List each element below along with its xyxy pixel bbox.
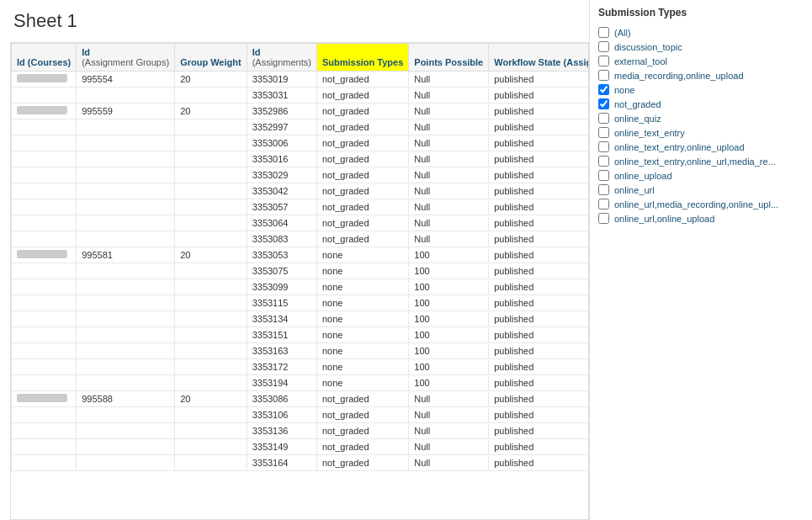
cell-id_assignments: 3353029 bbox=[247, 167, 316, 183]
filter-label: media_recording,online_upload bbox=[614, 71, 744, 81]
filter-item[interactable]: online_text_entry,online_upload bbox=[598, 140, 804, 154]
cell-workflow_state: published bbox=[489, 72, 589, 88]
cell-workflow_state: published bbox=[489, 231, 589, 247]
filter-item[interactable]: discussion_topic bbox=[598, 40, 804, 54]
table-row: 3353083not_gradedNullpublished bbox=[12, 231, 590, 247]
data-table: Id (Courses)Id(Assignment Groups)Group W… bbox=[11, 43, 589, 471]
cell-workflow_state: published bbox=[489, 455, 589, 471]
col-header-id_assignments[interactable]: Id(Assignments) bbox=[247, 44, 316, 72]
cell-submission_types: none bbox=[316, 263, 408, 279]
cell-points_possible: Null bbox=[409, 72, 489, 88]
cell-group_weight bbox=[175, 119, 247, 135]
filter-checkbox[interactable] bbox=[598, 170, 609, 181]
filter-item[interactable]: online_url,media_recording,online_upl... bbox=[598, 197, 804, 211]
cell-submission_types: none bbox=[316, 375, 408, 391]
filter-checkbox[interactable] bbox=[598, 41, 609, 52]
filter-checkbox[interactable] bbox=[598, 127, 609, 138]
cell-id_assignment_groups bbox=[77, 88, 175, 103]
cell-submission_types: not_graded bbox=[316, 183, 408, 199]
table-row: 3353029not_gradedNullpublished bbox=[12, 167, 590, 183]
cell-id_assignment_groups bbox=[77, 279, 175, 295]
col-header-points_possible[interactable]: Points Possible bbox=[409, 44, 489, 72]
cell-workflow_state: published bbox=[489, 295, 589, 311]
blurred-id: ██████ bbox=[17, 394, 67, 402]
cell-group_weight: 20 bbox=[175, 103, 247, 119]
cell-workflow_state: published bbox=[489, 311, 589, 327]
cell-id_courses bbox=[12, 88, 77, 103]
filter-label: online_url,online_upload bbox=[614, 214, 714, 224]
filter-checkbox[interactable] bbox=[598, 184, 609, 195]
filter-checkbox[interactable] bbox=[598, 156, 609, 167]
cell-workflow_state: published bbox=[489, 199, 589, 215]
cell-id_courses: ██████ bbox=[12, 247, 77, 263]
filter-item[interactable]: online_upload bbox=[598, 168, 804, 183]
cell-workflow_state: published bbox=[489, 135, 589, 151]
cell-id_assignments: 3353106 bbox=[247, 407, 316, 423]
filter-checkbox[interactable] bbox=[598, 199, 609, 210]
table-row: 3353064not_gradedNullpublished bbox=[12, 215, 590, 231]
cell-submission_types: not_graded bbox=[316, 135, 408, 151]
table-row: 3353106not_gradedNullpublished bbox=[12, 407, 590, 423]
filter-item[interactable]: (All) bbox=[598, 25, 804, 40]
table-row: ██████995581203353053none100published bbox=[12, 247, 590, 263]
cell-submission_types: none bbox=[316, 279, 408, 295]
table-row: 3353099none100published bbox=[12, 279, 590, 295]
cell-id_courses bbox=[12, 375, 77, 391]
filter-checkbox[interactable] bbox=[598, 98, 609, 109]
cell-workflow_state: published bbox=[489, 183, 589, 199]
cell-id_courses bbox=[12, 151, 77, 167]
filter-checkbox[interactable] bbox=[598, 56, 609, 66]
filter-checkbox[interactable] bbox=[598, 141, 609, 152]
cell-workflow_state: published bbox=[489, 263, 589, 279]
data-table-wrapper[interactable]: Id (Courses)Id(Assignment Groups)Group W… bbox=[10, 42, 589, 520]
filter-item[interactable]: online_url bbox=[598, 183, 804, 197]
col-header-id_courses[interactable]: Id (Courses) bbox=[12, 44, 77, 72]
cell-id_assignments: 3353064 bbox=[247, 215, 316, 231]
cell-workflow_state: published bbox=[489, 343, 589, 359]
cell-submission_types: not_graded bbox=[316, 103, 408, 119]
cell-points_possible: Null bbox=[409, 119, 489, 135]
cell-points_possible: 100 bbox=[409, 327, 489, 343]
cell-workflow_state: published bbox=[489, 391, 589, 407]
cell-submission_types: none bbox=[316, 327, 408, 343]
cell-workflow_state: published bbox=[489, 279, 589, 295]
col-header-workflow_state[interactable]: Workflow State (Assignments) bbox=[489, 44, 589, 72]
filter-checkbox[interactable] bbox=[598, 84, 609, 95]
cell-group_weight bbox=[175, 311, 247, 327]
filter-checkbox[interactable] bbox=[598, 70, 609, 81]
cell-id_assignments: 3353099 bbox=[247, 279, 316, 295]
cell-id_assignment_groups bbox=[77, 311, 175, 327]
cell-workflow_state: published bbox=[489, 215, 589, 231]
filter-checkbox[interactable] bbox=[598, 27, 609, 38]
filter-item[interactable]: online_text_entry,online_url,media_re... bbox=[598, 154, 804, 168]
cell-id_assignments: 3353057 bbox=[247, 199, 316, 215]
cell-group_weight bbox=[175, 215, 247, 231]
cell-id_assignments: 3353006 bbox=[247, 135, 316, 151]
cell-workflow_state: published bbox=[489, 439, 589, 455]
filter-item[interactable]: online_url,online_upload bbox=[598, 211, 804, 226]
cell-id_assignment_groups bbox=[77, 343, 175, 359]
cell-id_courses bbox=[12, 295, 77, 311]
filter-item[interactable]: media_recording,online_upload bbox=[598, 68, 804, 82]
filter-item[interactable]: not_graded bbox=[598, 97, 804, 111]
cell-id_assignments: 3353019 bbox=[247, 72, 316, 88]
filter-item[interactable]: external_tool bbox=[598, 54, 804, 68]
cell-id_assignment_groups bbox=[77, 263, 175, 279]
cell-workflow_state: published bbox=[489, 247, 589, 263]
table-row: 3353016not_gradedNullpublished bbox=[12, 151, 590, 167]
cell-id_assignment_groups bbox=[77, 183, 175, 199]
col-header-id_assignment_groups[interactable]: Id(Assignment Groups) bbox=[77, 44, 175, 72]
filter-checkbox[interactable] bbox=[598, 113, 609, 124]
cell-submission_types: not_graded bbox=[316, 88, 408, 103]
filter-item[interactable]: online_quiz bbox=[598, 111, 804, 125]
cell-group_weight: 20 bbox=[175, 391, 247, 407]
page-title: Sheet 1 bbox=[10, 10, 589, 32]
filter-item[interactable]: online_text_entry bbox=[598, 125, 804, 140]
filter-checkbox[interactable] bbox=[598, 213, 609, 224]
col-label: Points Possible bbox=[414, 57, 483, 67]
cell-id_assignment_groups bbox=[77, 439, 175, 455]
col-header-group_weight[interactable]: Group Weight bbox=[175, 44, 247, 72]
filter-item[interactable]: none bbox=[598, 82, 804, 97]
col-header-submission_types[interactable]: Submission Types bbox=[316, 44, 408, 72]
cell-submission_types: none bbox=[316, 295, 408, 311]
